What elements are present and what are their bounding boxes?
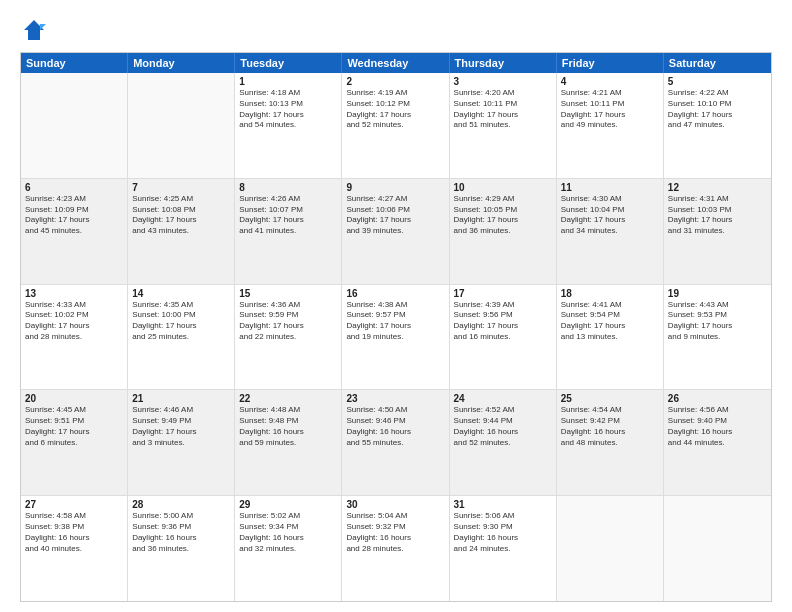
cell-daylight-info: Sunrise: 4:54 AM Sunset: 9:42 PM Dayligh… <box>561 405 659 448</box>
calendar-cell <box>21 73 128 178</box>
day-number: 16 <box>346 288 444 299</box>
cell-daylight-info: Sunrise: 4:30 AM Sunset: 10:04 PM Daylig… <box>561 194 659 237</box>
cell-daylight-info: Sunrise: 4:20 AM Sunset: 10:11 PM Daylig… <box>454 88 552 131</box>
calendar-header-cell: Saturday <box>664 53 771 73</box>
calendar-cell: 12Sunrise: 4:31 AM Sunset: 10:03 PM Dayl… <box>664 179 771 284</box>
cell-daylight-info: Sunrise: 4:52 AM Sunset: 9:44 PM Dayligh… <box>454 405 552 448</box>
calendar-row: 1Sunrise: 4:18 AM Sunset: 10:13 PM Dayli… <box>21 73 771 179</box>
calendar-cell: 21Sunrise: 4:46 AM Sunset: 9:49 PM Dayli… <box>128 390 235 495</box>
calendar-header-cell: Monday <box>128 53 235 73</box>
day-number: 26 <box>668 393 767 404</box>
calendar-cell: 11Sunrise: 4:30 AM Sunset: 10:04 PM Dayl… <box>557 179 664 284</box>
calendar-header-cell: Sunday <box>21 53 128 73</box>
calendar-cell: 13Sunrise: 4:33 AM Sunset: 10:02 PM Dayl… <box>21 285 128 390</box>
logo <box>20 16 52 44</box>
calendar-cell: 8Sunrise: 4:26 AM Sunset: 10:07 PM Dayli… <box>235 179 342 284</box>
calendar-cell: 27Sunrise: 4:58 AM Sunset: 9:38 PM Dayli… <box>21 496 128 601</box>
cell-daylight-info: Sunrise: 5:02 AM Sunset: 9:34 PM Dayligh… <box>239 511 337 554</box>
calendar-cell: 23Sunrise: 4:50 AM Sunset: 9:46 PM Dayli… <box>342 390 449 495</box>
cell-daylight-info: Sunrise: 4:22 AM Sunset: 10:10 PM Daylig… <box>668 88 767 131</box>
day-number: 10 <box>454 182 552 193</box>
cell-daylight-info: Sunrise: 4:18 AM Sunset: 10:13 PM Daylig… <box>239 88 337 131</box>
day-number: 5 <box>668 76 767 87</box>
day-number: 12 <box>668 182 767 193</box>
header <box>20 16 772 44</box>
day-number: 17 <box>454 288 552 299</box>
day-number: 2 <box>346 76 444 87</box>
calendar-header-cell: Thursday <box>450 53 557 73</box>
cell-daylight-info: Sunrise: 5:00 AM Sunset: 9:36 PM Dayligh… <box>132 511 230 554</box>
calendar-header-cell: Wednesday <box>342 53 449 73</box>
cell-daylight-info: Sunrise: 4:33 AM Sunset: 10:02 PM Daylig… <box>25 300 123 343</box>
calendar-cell: 20Sunrise: 4:45 AM Sunset: 9:51 PM Dayli… <box>21 390 128 495</box>
calendar-cell: 1Sunrise: 4:18 AM Sunset: 10:13 PM Dayli… <box>235 73 342 178</box>
cell-daylight-info: Sunrise: 4:19 AM Sunset: 10:12 PM Daylig… <box>346 88 444 131</box>
calendar: SundayMondayTuesdayWednesdayThursdayFrid… <box>20 52 772 602</box>
cell-daylight-info: Sunrise: 5:04 AM Sunset: 9:32 PM Dayligh… <box>346 511 444 554</box>
day-number: 23 <box>346 393 444 404</box>
calendar-cell: 18Sunrise: 4:41 AM Sunset: 9:54 PM Dayli… <box>557 285 664 390</box>
calendar-cell: 17Sunrise: 4:39 AM Sunset: 9:56 PM Dayli… <box>450 285 557 390</box>
calendar-cell: 6Sunrise: 4:23 AM Sunset: 10:09 PM Dayli… <box>21 179 128 284</box>
cell-daylight-info: Sunrise: 4:41 AM Sunset: 9:54 PM Dayligh… <box>561 300 659 343</box>
cell-daylight-info: Sunrise: 4:21 AM Sunset: 10:11 PM Daylig… <box>561 88 659 131</box>
calendar-cell: 16Sunrise: 4:38 AM Sunset: 9:57 PM Dayli… <box>342 285 449 390</box>
calendar-cell: 24Sunrise: 4:52 AM Sunset: 9:44 PM Dayli… <box>450 390 557 495</box>
day-number: 31 <box>454 499 552 510</box>
cell-daylight-info: Sunrise: 4:29 AM Sunset: 10:05 PM Daylig… <box>454 194 552 237</box>
day-number: 20 <box>25 393 123 404</box>
calendar-row: 13Sunrise: 4:33 AM Sunset: 10:02 PM Dayl… <box>21 285 771 391</box>
day-number: 1 <box>239 76 337 87</box>
cell-daylight-info: Sunrise: 4:45 AM Sunset: 9:51 PM Dayligh… <box>25 405 123 448</box>
cell-daylight-info: Sunrise: 4:58 AM Sunset: 9:38 PM Dayligh… <box>25 511 123 554</box>
day-number: 6 <box>25 182 123 193</box>
cell-daylight-info: Sunrise: 4:39 AM Sunset: 9:56 PM Dayligh… <box>454 300 552 343</box>
day-number: 4 <box>561 76 659 87</box>
cell-daylight-info: Sunrise: 4:38 AM Sunset: 9:57 PM Dayligh… <box>346 300 444 343</box>
day-number: 21 <box>132 393 230 404</box>
day-number: 14 <box>132 288 230 299</box>
calendar-cell: 14Sunrise: 4:35 AM Sunset: 10:00 PM Dayl… <box>128 285 235 390</box>
cell-daylight-info: Sunrise: 4:26 AM Sunset: 10:07 PM Daylig… <box>239 194 337 237</box>
calendar-cell: 5Sunrise: 4:22 AM Sunset: 10:10 PM Dayli… <box>664 73 771 178</box>
calendar-cell: 9Sunrise: 4:27 AM Sunset: 10:06 PM Dayli… <box>342 179 449 284</box>
calendar-cell: 19Sunrise: 4:43 AM Sunset: 9:53 PM Dayli… <box>664 285 771 390</box>
cell-daylight-info: Sunrise: 4:50 AM Sunset: 9:46 PM Dayligh… <box>346 405 444 448</box>
logo-icon <box>20 16 48 44</box>
calendar-cell: 30Sunrise: 5:04 AM Sunset: 9:32 PM Dayli… <box>342 496 449 601</box>
day-number: 19 <box>668 288 767 299</box>
calendar-header-cell: Tuesday <box>235 53 342 73</box>
cell-daylight-info: Sunrise: 5:06 AM Sunset: 9:30 PM Dayligh… <box>454 511 552 554</box>
calendar-cell: 15Sunrise: 4:36 AM Sunset: 9:59 PM Dayli… <box>235 285 342 390</box>
day-number: 3 <box>454 76 552 87</box>
calendar-cell: 26Sunrise: 4:56 AM Sunset: 9:40 PM Dayli… <box>664 390 771 495</box>
calendar-cell: 7Sunrise: 4:25 AM Sunset: 10:08 PM Dayli… <box>128 179 235 284</box>
cell-daylight-info: Sunrise: 4:23 AM Sunset: 10:09 PM Daylig… <box>25 194 123 237</box>
day-number: 13 <box>25 288 123 299</box>
calendar-cell: 10Sunrise: 4:29 AM Sunset: 10:05 PM Dayl… <box>450 179 557 284</box>
page: SundayMondayTuesdayWednesdayThursdayFrid… <box>0 0 792 612</box>
calendar-cell: 22Sunrise: 4:48 AM Sunset: 9:48 PM Dayli… <box>235 390 342 495</box>
day-number: 25 <box>561 393 659 404</box>
day-number: 8 <box>239 182 337 193</box>
calendar-cell: 4Sunrise: 4:21 AM Sunset: 10:11 PM Dayli… <box>557 73 664 178</box>
calendar-row: 20Sunrise: 4:45 AM Sunset: 9:51 PM Dayli… <box>21 390 771 496</box>
day-number: 18 <box>561 288 659 299</box>
day-number: 9 <box>346 182 444 193</box>
calendar-cell <box>557 496 664 601</box>
calendar-header-cell: Friday <box>557 53 664 73</box>
day-number: 11 <box>561 182 659 193</box>
calendar-body: 1Sunrise: 4:18 AM Sunset: 10:13 PM Dayli… <box>21 73 771 601</box>
cell-daylight-info: Sunrise: 4:43 AM Sunset: 9:53 PM Dayligh… <box>668 300 767 343</box>
svg-marker-0 <box>24 20 44 40</box>
cell-daylight-info: Sunrise: 4:48 AM Sunset: 9:48 PM Dayligh… <box>239 405 337 448</box>
cell-daylight-info: Sunrise: 4:31 AM Sunset: 10:03 PM Daylig… <box>668 194 767 237</box>
cell-daylight-info: Sunrise: 4:36 AM Sunset: 9:59 PM Dayligh… <box>239 300 337 343</box>
calendar-cell: 2Sunrise: 4:19 AM Sunset: 10:12 PM Dayli… <box>342 73 449 178</box>
calendar-row: 27Sunrise: 4:58 AM Sunset: 9:38 PM Dayli… <box>21 496 771 601</box>
calendar-cell <box>664 496 771 601</box>
day-number: 30 <box>346 499 444 510</box>
calendar-cell: 28Sunrise: 5:00 AM Sunset: 9:36 PM Dayli… <box>128 496 235 601</box>
cell-daylight-info: Sunrise: 4:35 AM Sunset: 10:00 PM Daylig… <box>132 300 230 343</box>
day-number: 22 <box>239 393 337 404</box>
